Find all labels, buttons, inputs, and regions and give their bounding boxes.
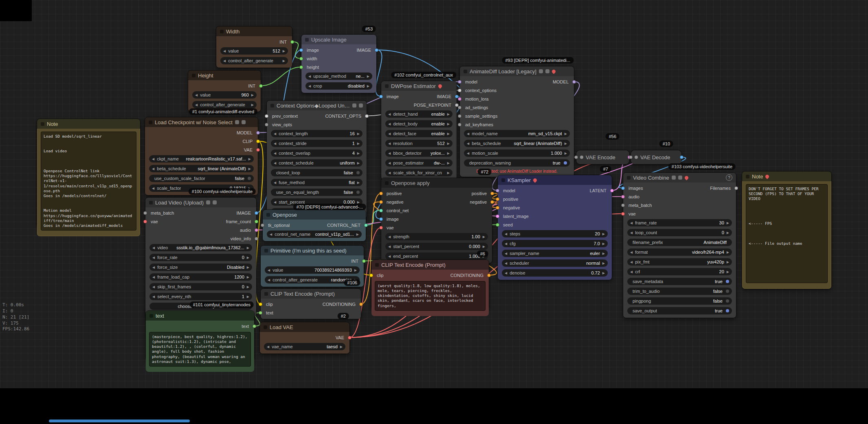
combo-right-arrow-icon[interactable]: ▶	[447, 171, 450, 175]
combo-right-arrow-icon[interactable]: ▶	[340, 345, 343, 349]
slot-negative-output-dot[interactable]	[490, 200, 494, 204]
combo-right-arrow-icon[interactable]: ▶	[727, 231, 729, 235]
combo-left-arrow-icon[interactable]: ◀	[388, 255, 391, 258]
combo-left-arrow-icon[interactable]: ◀	[268, 278, 270, 282]
combo-right-arrow-icon[interactable]: ▶	[357, 152, 360, 155]
combo-right-arrow-icon[interactable]: ▶	[357, 132, 360, 136]
widget-steps[interactable]: ◀steps20▶	[502, 230, 608, 237]
combo-left-arrow-icon[interactable]: ◀	[505, 252, 507, 255]
node-vaedecode[interactable]: VAE Decode	[631, 150, 682, 165]
slot-IMAGE-output-dot[interactable]	[255, 211, 258, 215]
combo-left-arrow-icon[interactable]: ◀	[388, 112, 391, 116]
toggle-state-icon[interactable]	[726, 290, 729, 293]
widget-context_schedule[interactable]: ◀context_scheduleuniform▶	[271, 159, 363, 167]
combo-left-arrow-icon[interactable]: ◀	[630, 250, 633, 254]
slot-CONTROL_NET-output-dot[interactable]	[364, 223, 368, 227]
combo-right-arrow-icon[interactable]: ▶	[602, 242, 605, 246]
node-textnode[interactable]: texttext(masterpiece, best quality, high…	[145, 310, 255, 361]
widget-crf[interactable]: ◀crf20▶	[627, 268, 732, 275]
combo-left-arrow-icon[interactable]: ◀	[630, 231, 633, 235]
combo-right-arrow-icon[interactable]: ▶	[247, 275, 249, 279]
combo-left-arrow-icon[interactable]: ◀	[274, 132, 276, 136]
combo-left-arrow-icon[interactable]: ◀	[388, 152, 391, 155]
widget-use_custom_scale_factor[interactable]: use_custom_scale_factorfalse	[149, 175, 254, 182]
node-title[interactable]: Note	[742, 171, 831, 181]
combo-right-arrow-icon[interactable]: ▶	[357, 142, 360, 145]
toggle-state-icon[interactable]	[248, 177, 251, 180]
node-title[interactable]: Openpose apply	[381, 178, 492, 188]
slot-VAE-output-dot[interactable]	[256, 148, 260, 152]
collapsed-output-dot[interactable]	[680, 156, 683, 159]
slot-audio-input-dot[interactable]	[621, 195, 625, 198]
combo-left-arrow-icon[interactable]: ◀	[152, 157, 154, 161]
combo-left-arrow-icon[interactable]: ◀	[505, 232, 507, 236]
combo-left-arrow-icon[interactable]: ◀	[152, 167, 154, 171]
combo-left-arrow-icon[interactable]: ◀	[152, 275, 155, 279]
text-widget[interactable]: Load SD model/sqrt_linear Load video Ope…	[41, 132, 136, 231]
combo-left-arrow-icon[interactable]: ◀	[274, 161, 276, 165]
widget-select_every_nth[interactable]: ◀select_every_nth1▶	[149, 293, 252, 300]
slot-INT-output-dot[interactable]	[290, 40, 294, 44]
slot-meta_batch-input-dot[interactable]	[143, 211, 147, 215]
slot-view_opts-input-dot[interactable]	[265, 123, 268, 126]
combo-right-arrow-icon[interactable]: ▶	[447, 142, 450, 145]
widget-trim_to_audio[interactable]: trim_to_audiofalse	[627, 288, 732, 295]
slot-Filenames-output-dot[interactable]	[734, 186, 738, 190]
slot-ad_settings-input-dot[interactable]	[458, 105, 461, 109]
node-title[interactable]: DWPose Estimator	[381, 81, 457, 91]
collapse-toggle-icon[interactable]	[635, 156, 638, 159]
widget-crop[interactable]: ◀cropdisabled▶	[305, 82, 372, 90]
combo-left-arrow-icon[interactable]: ◀	[388, 132, 391, 136]
widget-pingpong[interactable]: pingpongfalse	[627, 297, 732, 305]
slot-model-input-dot[interactable]	[458, 80, 461, 83]
combo-right-arrow-icon[interactable]: ▶	[357, 181, 360, 185]
combo-left-arrow-icon[interactable]: ◀	[505, 261, 507, 265]
node-width[interactable]: WidthINT◀value512▶◀control_after_generat…	[216, 26, 292, 68]
widget-value[interactable]: ◀value960▶	[192, 91, 257, 99]
widget-closed_loop[interactable]: closed_loopfalse	[271, 169, 363, 176]
widget-cfg[interactable]: ◀cfg7.0▶	[502, 240, 608, 247]
slot-prev_context-input-dot[interactable]	[265, 114, 268, 118]
combo-left-arrow-icon[interactable]: ◀	[308, 75, 311, 78]
node-animatediff[interactable]: AnimateDiff Loader [Legacy]modelMODELcon…	[459, 66, 574, 177]
combo-left-arrow-icon[interactable]: ◀	[270, 233, 272, 236]
slot-height-input-dot[interactable]	[299, 65, 303, 69]
slot-MODEL-output-dot[interactable]	[256, 131, 260, 134]
widget-beta_schedule[interactable]: ◀beta_schedulesqrt_linear (AnimateDiff)▶	[149, 165, 254, 172]
slot-vae-input-dot[interactable]	[621, 212, 625, 215]
node-contextopts[interactable]: Context Options◆Looped Uniformprev_conte…	[266, 100, 367, 219]
widget-detect_body[interactable]: ◀detect_bodyenable▶	[385, 120, 453, 127]
combo-left-arrow-icon[interactable]: ◀	[308, 84, 311, 88]
horizontal-scrollbar[interactable]	[49, 420, 190, 422]
slot-frame_count-output-dot[interactable]	[255, 220, 258, 223]
combo-left-arrow-icon[interactable]: ◀	[467, 132, 469, 136]
slot-width-input-dot[interactable]	[299, 57, 303, 60]
combo-right-arrow-icon[interactable]: ▶	[727, 250, 729, 254]
combo-left-arrow-icon[interactable]: ◀	[195, 93, 198, 97]
combo-left-arrow-icon[interactable]: ◀	[388, 245, 391, 248]
toggle-state-icon[interactable]	[726, 309, 729, 312]
slot-image-input-dot[interactable]	[379, 217, 383, 221]
slot-negative-input-dot[interactable]	[379, 200, 383, 204]
combo-right-arrow-icon[interactable]: ▶	[727, 221, 729, 225]
node-loadvae[interactable]: Load VAEVAE◀vae_nametaesd▶	[259, 322, 350, 354]
toggle-state-icon[interactable]	[356, 191, 360, 194]
collapse-toggle-icon[interactable]	[580, 156, 583, 159]
combo-left-arrow-icon[interactable]: ◀	[223, 59, 226, 63]
text-widget[interactable]: DON'T FORGET TO SET FRAMES PER SECOND (F…	[746, 184, 828, 283]
combo-left-arrow-icon[interactable]: ◀	[505, 242, 507, 246]
combo-right-arrow-icon[interactable]: ▶	[447, 112, 450, 116]
combo-left-arrow-icon[interactable]: ◀	[268, 268, 270, 272]
node-upscale[interactable]: Upscale ImageimageIMAGEwidthheight◀upsca…	[301, 34, 377, 93]
slot-CONDITIONING-output-dot[interactable]	[359, 302, 363, 306]
slot-meta_batch-input-dot[interactable]	[621, 203, 625, 207]
combo-right-arrow-icon[interactable]: ▶	[602, 271, 605, 275]
slot-motion_lora-input-dot[interactable]	[458, 97, 461, 101]
combo-right-arrow-icon[interactable]: ▶	[354, 268, 357, 272]
widget-denoise[interactable]: ◀denoise0.72▶	[502, 269, 608, 277]
node-title[interactable]: Context Options◆Looped Uniform	[267, 101, 367, 110]
slot-sample_settings-input-dot[interactable]	[458, 114, 461, 118]
widget-force_size[interactable]: ◀force_sizeDisabled▶	[149, 264, 252, 271]
slot-VAE-output-dot[interactable]	[348, 336, 352, 339]
combo-left-arrow-icon[interactable]: ◀	[274, 142, 276, 145]
